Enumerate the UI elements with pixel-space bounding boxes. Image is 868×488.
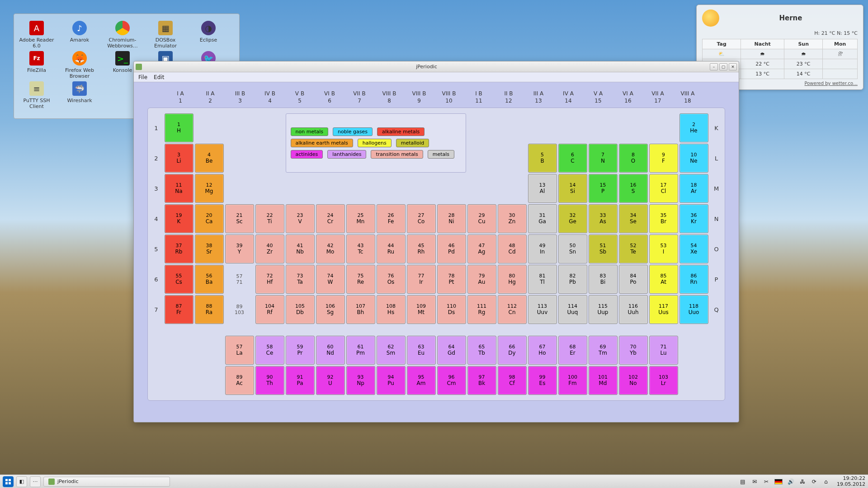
element-Sm[interactable]: 62Sm (377, 336, 406, 365)
element-As[interactable]: 33As (589, 204, 618, 233)
kde-menu-button[interactable] (3, 476, 14, 487)
element-Rh[interactable]: 45Rh (407, 235, 436, 263)
element-Pu[interactable]: 94Pu (377, 366, 406, 395)
bluetooth-icon[interactable]: ⌂ (822, 478, 830, 485)
element-Rb[interactable]: 37Rb (165, 235, 193, 263)
legend-item[interactable]: alkaline metals (377, 127, 425, 136)
element-Am[interactable]: 95Am (407, 366, 436, 395)
legend-item[interactable]: hallogens (358, 139, 392, 147)
element-Cr[interactable]: 24Cr (316, 204, 345, 233)
desktop-icon[interactable]: ◑Eclipse (190, 21, 226, 49)
element-Ne[interactable]: 10Ne (679, 144, 708, 173)
element-Cd[interactable]: 48Cd (498, 235, 527, 263)
element-Mn[interactable]: 25Mn (346, 204, 375, 233)
element-Hf[interactable]: 72Hf (255, 265, 284, 294)
maximize-button[interactable]: ▢ (719, 63, 727, 70)
element-Be[interactable]: 4Be (195, 144, 224, 173)
element-K[interactable]: 19K (165, 204, 193, 233)
element-Mt[interactable]: 109Mt (407, 295, 436, 324)
element-Pa[interactable]: 91Pa (286, 366, 315, 395)
desktop-icon[interactable]: ♪Amarok (61, 21, 98, 49)
element-Mo[interactable]: 42Mo (316, 235, 345, 263)
element-Al[interactable]: 13Al (528, 174, 557, 203)
desktop-icon[interactable]: Chromium-Webbrows… (104, 21, 141, 49)
element-Cl[interactable]: 17Cl (649, 174, 678, 203)
menu-edit[interactable]: Edit (154, 74, 164, 80)
desktop-icon[interactable]: ▦DOSBox Emulator (147, 21, 184, 49)
element-I[interactable]: 53I (649, 235, 678, 263)
desktop-icon[interactable]: ≡PuTTY SSH Client (19, 81, 55, 109)
element-Gd[interactable]: 64Gd (437, 336, 466, 365)
legend-item[interactable]: transition metals (371, 150, 423, 159)
menu-file[interactable]: File (138, 74, 147, 80)
element-S[interactable]: 16S (619, 174, 648, 203)
element-La[interactable]: 57La (225, 336, 254, 365)
element-Zn[interactable]: 30Zn (498, 204, 527, 233)
element-B[interactable]: 5B (528, 144, 557, 173)
element-Nd[interactable]: 60Nd (316, 336, 345, 365)
element-Cu[interactable]: 29Cu (467, 204, 496, 233)
element-U[interactable]: 92U (316, 366, 345, 395)
element-Ds[interactable]: 110Ds (437, 295, 466, 324)
element-C[interactable]: 6C (558, 144, 587, 173)
element-Ar[interactable]: 18Ar (679, 174, 708, 203)
element-Sn[interactable]: 50Sn (558, 235, 587, 263)
element-Co[interactable]: 27Co (407, 204, 436, 233)
element-Uuh[interactable]: 116Uuh (619, 295, 648, 324)
element-Fr[interactable]: 87Fr (165, 295, 193, 324)
element-Th[interactable]: 90Th (255, 366, 284, 395)
element-Br[interactable]: 35Br (649, 204, 678, 233)
element-Uuv[interactable]: 113Uuv (528, 295, 557, 324)
legend-item[interactable]: lanthanides (327, 150, 366, 159)
element-Cn[interactable]: 112Cn (498, 295, 527, 324)
device-notifier-icon[interactable]: ▤ (739, 478, 746, 485)
element-Ni[interactable]: 28Ni (437, 204, 466, 233)
element-Ra[interactable]: 88Ra (195, 295, 224, 324)
titlebar[interactable]: jPeriodic – ▢ ✕ (134, 61, 739, 72)
desktop-icon[interactable]: 🦈Wireshark (61, 81, 98, 109)
element-Dy[interactable]: 66Dy (498, 336, 527, 365)
legend-item[interactable]: metals (428, 150, 454, 159)
element-Er[interactable]: 68Er (558, 336, 587, 365)
element-Ac[interactable]: 89Ac (225, 366, 254, 395)
element-Lu[interactable]: 71Lu (649, 336, 678, 365)
element-Pr[interactable]: 59Pr (286, 336, 315, 365)
element-Sc[interactable]: 21Sc (225, 204, 254, 233)
legend-item[interactable]: metalloid (396, 139, 429, 147)
element-He[interactable]: 2He (679, 113, 708, 142)
mail-icon[interactable]: ✉ (751, 478, 758, 485)
desktop-icon[interactable]: AAdobe Reader 6.0 (19, 21, 55, 49)
element-Db[interactable]: 105Db (286, 295, 315, 324)
desktop-icon[interactable]: FzFileZilla (19, 51, 55, 79)
element-Md[interactable]: 101Md (589, 366, 618, 395)
element-Rf[interactable]: 104Rf (255, 295, 284, 324)
element-Fe[interactable]: 26Fe (377, 204, 406, 233)
element-V[interactable]: 23V (286, 204, 315, 233)
element-Tm[interactable]: 69Tm (589, 336, 618, 365)
element-Rn[interactable]: 86Rn (679, 265, 708, 294)
element-Li[interactable]: 3Li (165, 144, 193, 173)
element-Bi[interactable]: 83Bi (589, 265, 618, 294)
element-Zr[interactable]: 40Zr (255, 235, 284, 263)
element-Cs[interactable]: 55Cs (165, 265, 193, 294)
element-Mg[interactable]: 12Mg (195, 174, 224, 203)
element-Ag[interactable]: 47Ag (467, 235, 496, 263)
legend-item[interactable]: alkaline earth metals (291, 139, 353, 147)
element-Bh[interactable]: 107Bh (346, 295, 375, 324)
element-Hs[interactable]: 108Hs (377, 295, 406, 324)
network-icon[interactable]: 🖧 (799, 478, 806, 485)
element-Au[interactable]: 79Au (467, 265, 496, 294)
element-H[interactable]: 1H (165, 113, 193, 142)
clock[interactable]: 19:20:22 19.05.2012 (837, 476, 865, 487)
element-Uuo[interactable]: 118Uuo (679, 295, 708, 324)
element-Pm[interactable]: 61Pm (346, 336, 375, 365)
element-Na[interactable]: 11Na (165, 174, 193, 203)
element-Ba[interactable]: 56Ba (195, 265, 224, 294)
element-Bk[interactable]: 97Bk (467, 366, 496, 395)
element-Re[interactable]: 75Re (346, 265, 375, 294)
volume-icon[interactable]: 🔊 (787, 478, 794, 485)
element-Np[interactable]: 93Np (346, 366, 375, 395)
element-P[interactable]: 15P (589, 174, 618, 203)
element-Se[interactable]: 34Se (619, 204, 648, 233)
element-Pb[interactable]: 82Pb (558, 265, 587, 294)
